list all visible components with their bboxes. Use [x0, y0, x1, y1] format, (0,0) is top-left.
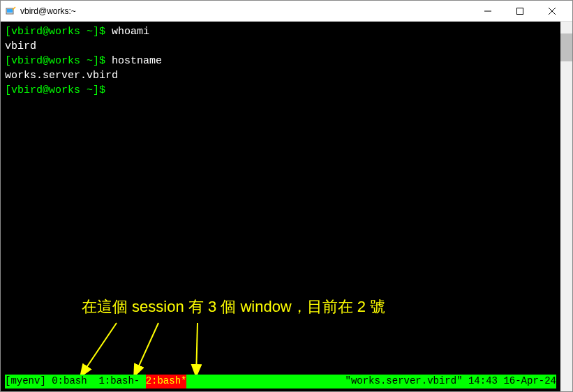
close-button[interactable]: [536, 1, 568, 21]
tmux-window-2[interactable]: 2:bash*: [146, 375, 187, 389]
scrollbar[interactable]: [560, 22, 572, 391]
scrollbar-thumb[interactable]: [560, 33, 572, 61]
status-right: "works.server.vbird" 14:43 16-Apr-24: [345, 375, 556, 389]
svg-line-9: [134, 323, 158, 377]
putty-icon: [5, 6, 16, 17]
app-window: vbird@works:~ [vbird@works ~]$ whoami vb…: [0, 0, 573, 392]
terminal-line: [vbird@works ~]$ hostname: [5, 54, 556, 68]
window-controls: [472, 1, 568, 21]
svg-line-10: [196, 323, 198, 377]
titlebar[interactable]: vbird@works:~: [1, 1, 572, 22]
annotation-arrows: [61, 317, 242, 384]
minimize-button[interactable]: [472, 1, 504, 21]
svg-line-8: [80, 323, 117, 377]
tmux-window-0[interactable]: 0:bash: [52, 375, 93, 389]
terminal-line: [vbird@works ~]$ whoami: [5, 24, 556, 39]
svg-rect-4: [517, 8, 523, 14]
terminal[interactable]: [vbird@works ~]$ whoami vbird [vbird@wor…: [1, 22, 572, 391]
tmux-window-1[interactable]: 1:bash-: [98, 375, 140, 389]
terminal-line: vbird: [5, 39, 556, 54]
terminal-line: [vbird@works ~]$: [5, 83, 556, 98]
status-session: [myenv]: [5, 375, 46, 389]
annotation-text: 在這個 session 有 3 個 window，目前在 2 號: [82, 296, 385, 318]
terminal-line: works.server.vbird: [5, 68, 556, 83]
window-title: vbird@works:~: [20, 6, 472, 16]
tmux-statusbar: [myenv] 0:bash 1:bash- 2:bash* "works.se…: [5, 375, 556, 389]
svg-rect-1: [7, 9, 13, 13]
maximize-button[interactable]: [504, 1, 536, 21]
